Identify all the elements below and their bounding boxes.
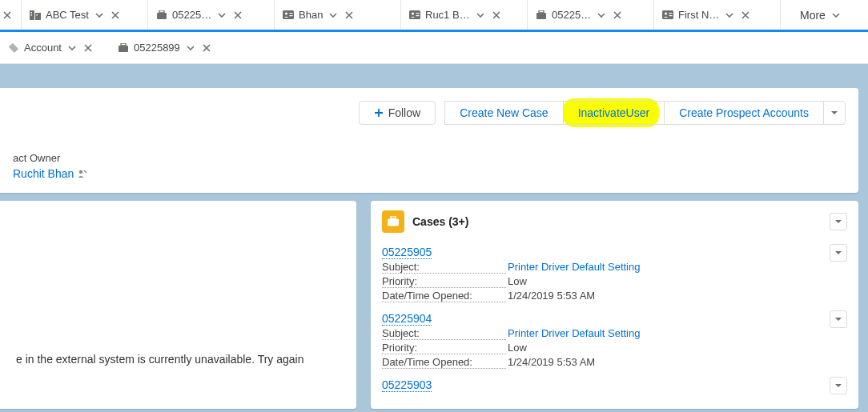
more-actions-button[interactable] [823, 101, 846, 125]
plus-icon [374, 108, 384, 118]
case-item: 05225903 [382, 375, 847, 398]
svg-rect-7 [283, 10, 294, 19]
related-panel: Cases (3+) 05225905 Subject:Printer Driv… [371, 201, 858, 409]
workspace-tab[interactable]: 05225… [148, 0, 275, 30]
more-tabs[interactable]: More [781, 0, 861, 30]
subtab[interactable]: 05225899 [110, 32, 228, 63]
svg-rect-5 [159, 10, 164, 13]
workspace-tab[interactable]: Bhan [275, 0, 401, 30]
subject-value[interactable]: Printer Driver Default Setting [508, 327, 640, 340]
change-owner-icon[interactable] [77, 169, 87, 179]
opened-label: Date/Time Opened: [382, 356, 506, 369]
tab-label: First N… [678, 9, 719, 21]
owner-field: act Owner Ruchit Bhan [13, 152, 846, 180]
svg-rect-11 [409, 10, 420, 19]
svg-point-18 [665, 12, 667, 14]
chevron-down-icon[interactable] [328, 10, 339, 21]
svg-rect-21 [121, 43, 126, 46]
workspace-tab[interactable]: 05225… [528, 0, 654, 30]
close-icon[interactable] [201, 42, 212, 54]
record-body: e in the external system is currently un… [0, 201, 868, 409]
external-error-msg: e in the external system is currently un… [16, 353, 340, 366]
chevron-down-icon[interactable] [724, 10, 735, 21]
subject-value[interactable]: Printer Driver Default Setting [508, 261, 640, 274]
related-list-title: Cases (3+) [412, 215, 468, 228]
close-icon[interactable] [110, 10, 121, 21]
svg-rect-24 [391, 216, 396, 218]
case-icon [536, 10, 547, 21]
svg-rect-15 [539, 10, 544, 13]
svg-rect-3 [31, 14, 33, 16]
subtab[interactable]: Account [0, 32, 110, 63]
chevron-down-icon[interactable] [596, 10, 607, 21]
tab-label: Bhan [299, 9, 323, 21]
related-list-header: Cases (3+) [382, 210, 847, 233]
priority-value: Low [508, 342, 527, 354]
contact-icon [409, 10, 420, 21]
workspace-tab[interactable]: Ruc1 B… [401, 0, 528, 30]
detail-panel: e in the external system is currently un… [0, 201, 356, 409]
chevron-down-icon[interactable] [475, 10, 486, 21]
svg-rect-14 [416, 15, 420, 16]
case-list-icon [382, 210, 404, 233]
subtab-label: Account [24, 42, 62, 54]
close-icon[interactable] [2, 10, 13, 21]
tab-label: Ruc1 B… [425, 9, 470, 21]
chevron-down-icon[interactable] [94, 10, 105, 21]
inactivate-user-label: InactivateUser [578, 106, 649, 119]
case-id-link[interactable]: 05225905 [382, 246, 432, 259]
close-icon[interactable] [612, 10, 623, 21]
account-icon [30, 10, 41, 21]
subject-label: Subject: [382, 327, 506, 340]
workspace-tab[interactable]: ABC Test [22, 0, 148, 30]
follow-label: Follow [388, 106, 420, 119]
svg-rect-16 [536, 13, 546, 19]
workspace-tab-bar: ABC Test 05225… Bhan Ruc1 B… 05225… Firs… [0, 0, 868, 32]
case-item-menu[interactable] [830, 377, 847, 394]
chevron-down-icon[interactable] [185, 42, 196, 54]
follow-button[interactable]: Follow [359, 101, 436, 125]
chevron-down-icon[interactable] [216, 10, 227, 21]
case-id-link[interactable]: 05225903 [382, 378, 432, 392]
close-icon[interactable] [82, 42, 94, 54]
svg-rect-4 [37, 14, 38, 16]
case-list: 05225905 Subject:Printer Driver Default … [382, 242, 847, 398]
svg-rect-9 [290, 13, 293, 14]
subtab-label: 05225899 [134, 42, 180, 54]
svg-rect-25 [388, 219, 399, 226]
chevron-down-icon[interactable] [66, 42, 78, 54]
svg-point-23 [79, 170, 82, 173]
tab-label: 05225… [172, 9, 211, 21]
close-icon[interactable] [344, 10, 355, 21]
related-list-menu[interactable] [830, 213, 847, 230]
create-case-button[interactable]: Create New Case [444, 101, 564, 125]
owner-name: Ruchit Bhan [13, 167, 74, 180]
close-icon[interactable] [740, 10, 751, 21]
close-icon[interactable] [491, 10, 502, 21]
workspace-tab[interactable]: First N… [654, 0, 781, 30]
inactivate-user-button[interactable]: InactivateUser [563, 101, 665, 125]
tab-label: 05225… [552, 9, 591, 21]
priority-label: Priority: [382, 275, 506, 288]
svg-rect-19 [669, 13, 673, 14]
record-actions: Follow Create New Case InactivateUser Cr… [13, 101, 846, 125]
owner-field-label: act Owner [13, 152, 846, 164]
case-id-link[interactable]: 05225904 [382, 312, 432, 326]
opened-label: Date/Time Opened: [382, 290, 506, 302]
owner-link[interactable]: Ruchit Bhan [13, 167, 87, 180]
subject-label: Subject: [382, 261, 506, 274]
svg-rect-6 [157, 13, 167, 19]
contact-icon [283, 10, 294, 21]
svg-point-12 [412, 12, 414, 14]
case-item-menu[interactable] [830, 244, 847, 262]
case-item-menu[interactable] [830, 310, 847, 328]
tab-edge[interactable] [0, 0, 22, 30]
priority-label: Priority: [382, 342, 506, 354]
more-label: More [800, 9, 826, 22]
case-item: 05225904 Subject:Printer Driver Default … [382, 309, 847, 375]
opened-value: 1/24/2019 5:53 AM [508, 356, 595, 369]
svg-point-8 [285, 12, 287, 14]
close-icon[interactable] [232, 10, 243, 21]
create-prospect-button[interactable]: Create Prospect Accounts [664, 101, 824, 125]
svg-rect-2 [31, 12, 33, 14]
